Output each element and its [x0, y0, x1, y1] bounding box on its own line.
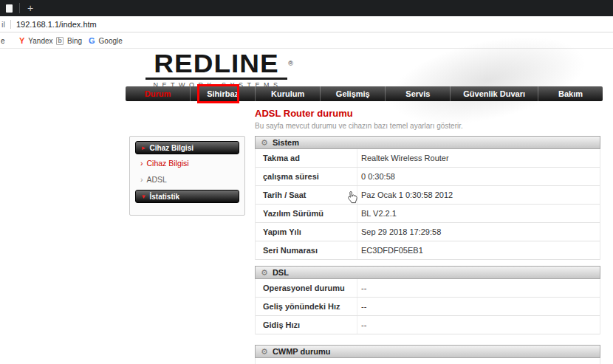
bing-icon: b	[56, 37, 64, 45]
bookmark-label: Bing	[67, 37, 82, 45]
section-header-dsl: ⚙ DSL	[255, 266, 600, 279]
bookmark-label: Google	[99, 37, 123, 45]
row-value: --	[357, 302, 366, 311]
row-label: Gidiş Hızı	[256, 316, 357, 334]
row-label: Seri Numarası	[256, 241, 357, 259]
address-divider	[10, 20, 11, 29]
row-label: Operasyonel durumu	[256, 279, 357, 297]
table-row: Yapım Yılı Sep 29 2018 17:29:58	[256, 223, 600, 241]
browser-window: + il 192.168.1.1/index.htm e Y Yandex b …	[0, 0, 613, 364]
nav-tab-guvenlik-duvari[interactable]: Güvenlik Duvarı	[451, 86, 538, 101]
table-row: Seri Numarası EC3DFDF05EB1	[256, 241, 600, 260]
bullet-arrow-icon: ›	[140, 175, 143, 184]
nav-tab-kurulum[interactable]: Kurulum	[256, 86, 321, 101]
row-value: Realtek Wireless Router	[357, 154, 449, 162]
address-bar[interactable]: il 192.168.1.1/index.htm	[0, 16, 613, 32]
google-icon: G	[89, 36, 95, 45]
row-label: Takma ad	[256, 149, 357, 167]
nav-tab-bakim[interactable]: Bakım	[538, 86, 603, 101]
gear-icon: ⚙	[261, 347, 268, 357]
sidebar-link-label: Cihaz Bilgisi	[147, 159, 189, 168]
bookmark-item-google[interactable]: G Google	[89, 32, 123, 49]
main-nav-bar: Durum Sihirbaz Kurulum Gelişmiş Servis G…	[126, 86, 603, 101]
row-label: çalışma süresi	[256, 168, 357, 185]
nav-tab-gelismis[interactable]: Gelişmiş	[321, 86, 386, 101]
sidebar-link-adsl[interactable]: › ADSL	[140, 175, 167, 184]
bookmarks-bar: e Y Yandex b Bing G Google	[0, 32, 613, 49]
section-title: Sistem	[273, 138, 299, 147]
nav-tab-durum[interactable]: Durum	[126, 86, 191, 101]
browser-tab-strip: +	[0, 0, 613, 16]
arrow-right-icon: ▸	[142, 144, 145, 151]
arrow-down-icon: ▾	[142, 193, 145, 200]
sidebar-item-cihaz-bilgisi[interactable]: ▸ Cihaz Bilgisi	[135, 141, 239, 154]
section-gap	[255, 334, 600, 345]
table-row: Takma ad Realtek Wireless Router	[256, 149, 600, 168]
redline-logo: REDLINE ® NETWORK SYSTEMS	[145, 52, 287, 92]
cwmp-table-partial	[255, 358, 600, 364]
registered-trademark-symbol: ®	[288, 52, 294, 75]
section-gap	[255, 260, 600, 266]
sidebar-button-label: İstatistik	[150, 193, 180, 201]
row-label: Tarih / Saat	[256, 186, 357, 204]
bullet-arrow-icon: ›	[140, 159, 143, 168]
system-table: Takma ad Realtek Wireless Router çalışma…	[255, 149, 600, 260]
gear-icon: ⚙	[261, 138, 268, 148]
row-label: Geliş yönündeki Hız	[256, 298, 357, 315]
sidebar-button-label: Cihaz Bilgisi	[150, 144, 194, 152]
sidebar-menu: ▸ Cihaz Bilgisi › Cihaz Bilgisi › ADSL ▾…	[129, 136, 245, 216]
sidebar-link-cihaz-bilgisi[interactable]: › Cihaz Bilgisi	[140, 159, 189, 168]
sidebar-link-label: ADSL	[147, 175, 167, 184]
dsl-table: Operasyonel durumu -- Geliş yönündeki Hı…	[255, 279, 600, 334]
row-value: BL V2.2.1	[357, 209, 397, 218]
bookmark-item[interactable]: e	[1, 32, 5, 49]
address-url[interactable]: 192.168.1.1/index.htm	[16, 20, 97, 29]
logo-text: REDLINE	[154, 49, 278, 78]
row-label: Yazılım Sürümü	[256, 205, 357, 222]
status-panel: ⚙ Sistem Takma ad Realtek Wireless Route…	[255, 136, 600, 364]
row-value: --	[357, 284, 366, 292]
row-label: Yapım Yılı	[256, 223, 357, 241]
row-value: 0 0:30:58	[357, 172, 395, 181]
row-value: --	[357, 320, 366, 329]
row-value: Sep 29 2018 17:29:58	[357, 227, 441, 236]
table-row: Yazılım Sürümü BL V2.2.1	[256, 205, 600, 223]
nav-tab-servis[interactable]: Servis	[386, 86, 451, 101]
security-label: il	[0, 20, 5, 29]
table-row: çalışma süresi 0 0:30:58	[256, 168, 600, 186]
page-subtitle: Bu sayfa mevcut durumu ve cihazın bazı t…	[255, 122, 463, 130]
table-row: Operasyonel durumu --	[256, 279, 600, 298]
page-title: ADSL Router durumu	[255, 108, 463, 119]
section-header-sistem: ⚙ Sistem	[255, 136, 600, 149]
bookmark-item-yandex[interactable]: Y Yandex	[19, 32, 53, 49]
table-row: Tarih / Saat Paz Ocak 1 0:30:58 2012	[256, 186, 600, 205]
row-value: Paz Ocak 1 0:30:58 2012	[357, 190, 453, 199]
table-row: Gidiş Hızı --	[256, 316, 600, 334]
page-heading: ADSL Router durumu Bu sayfa mevcut durum…	[255, 108, 463, 130]
tab-favicon-icon	[6, 4, 13, 13]
new-tab-button[interactable]: +	[24, 1, 37, 16]
tab-separator	[19, 3, 20, 13]
router-admin-page: REDLINE ® NETWORK SYSTEMS Durum Sihirbaz…	[0, 49, 613, 364]
logo-wordmark: REDLINE ®	[145, 52, 287, 76]
sidebar-item-istatistik[interactable]: ▾ İstatistik	[135, 190, 239, 203]
section-header-cwmp: ⚙ CWMP durumu	[255, 345, 600, 358]
yandex-icon: Y	[19, 36, 24, 45]
gear-icon: ⚙	[261, 268, 268, 278]
row-value: EC3DFDF05EB1	[357, 246, 423, 255]
table-row: Geliş yönündeki Hız --	[256, 298, 600, 316]
section-title: CWMP durumu	[273, 347, 331, 356]
bookmark-item-bing[interactable]: b Bing	[56, 32, 82, 49]
section-title: DSL	[273, 268, 289, 277]
bookmark-label: e	[1, 37, 5, 45]
nav-tab-sihirbaz[interactable]: Sihirbaz	[191, 86, 256, 101]
bookmark-label: Yandex	[28, 37, 52, 45]
